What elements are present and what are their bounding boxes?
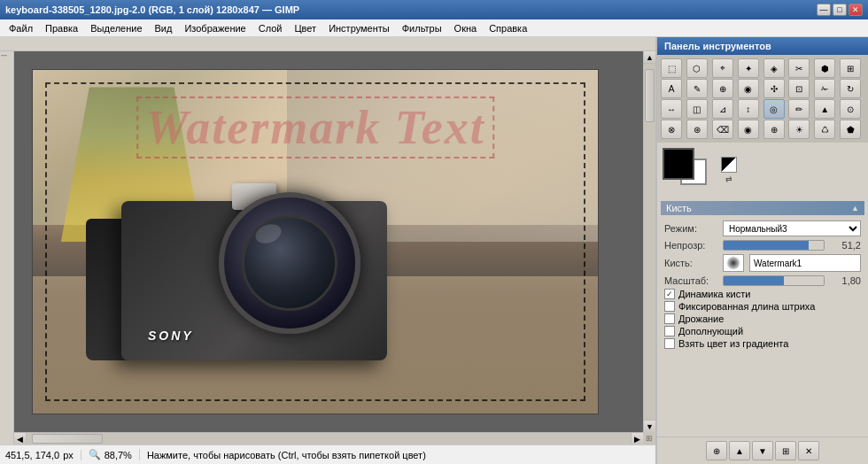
tool-foreground[interactable]: ⬢ [814,58,835,78]
dynamics-checkbox-row: Динамика кисти [661,288,864,300]
jitter-checkbox[interactable] [664,313,675,324]
menu-layer[interactable]: Слой [253,21,288,35]
menu-file[interactable]: Файл [4,21,38,35]
delete-icon[interactable]: ✕ [798,441,819,460]
tool-paths[interactable]: ⊞ [840,58,861,78]
ruler-left-ticks: ||||| [0,51,14,60]
tool-rect-select[interactable]: ⬚ [661,58,682,78]
close-button[interactable]: ✕ [849,4,863,16]
fixed-length-checkbox[interactable] [664,301,675,312]
tool-scale[interactable]: ↔ [661,99,682,119]
menu-color[interactable]: Цвет [289,21,322,35]
tool-color-picker[interactable]: ✎ [686,79,708,98]
zoom-icon: 🔍 [89,449,101,460]
brush-panel-expand[interactable]: ▲ [851,204,859,213]
main-layout: |300 |500 |750 |1000 |1250 | 1% ||||| [0,37,868,464]
menu-help[interactable]: Справка [484,21,532,35]
gradient-checkbox[interactable] [664,338,675,349]
image-canvas[interactable]: SONY Watermark Text [32,69,599,414]
menu-edit[interactable]: Правка [40,21,83,35]
right-panel: Панель инструментов ⬚ ⬡ ⌖ ✦ ◈ ✂ ⬢ ⊞ A ✎ … [655,37,868,464]
color-swatch-wrapper [663,148,707,192]
menu-tools[interactable]: Инструменты [323,21,395,35]
window-controls: — □ ✕ [817,4,863,16]
scroll-right-button[interactable]: ▶ [631,433,643,445]
tool-blur[interactable]: ◉ [738,120,759,139]
duplicate-icon[interactable]: ⊞ [775,441,796,460]
foreground-color-swatch[interactable] [663,148,694,180]
gradient-checkbox-row: Взять цвет из градиента [661,337,864,350]
lower-icon[interactable]: ▼ [752,441,773,460]
scale-row: Масштаб: 1,80 [661,274,864,288]
menu-windows[interactable]: Окна [449,21,483,35]
tool-zoom[interactable]: ⊕ [712,79,733,98]
tool-free-select[interactable]: ⌖ [712,58,733,78]
tool-paintbrush[interactable]: ◎ [763,99,785,119]
tool-measure[interactable]: ◉ [738,79,759,98]
new-image-icon[interactable]: ⊕ [706,441,727,460]
menu-image[interactable]: Изображение [179,21,251,35]
additional-checkbox[interactable] [664,326,675,336]
brush-label: Кисть: [664,258,717,268]
menu-view[interactable]: Вид [150,21,178,35]
tool-text[interactable]: A [661,79,682,98]
tool-rotate[interactable]: ↻ [840,79,861,98]
zoom-section: 🔍 88,7% [89,449,140,460]
scroll-thumb-horizontal[interactable] [32,434,103,444]
camera-body [86,148,422,360]
scale-value: 1,80 [830,275,861,286]
tool-ellipse-select[interactable]: ⬡ [686,58,708,78]
scroll-up-button[interactable]: ▲ [644,51,655,64]
tool-scissors[interactable]: ✂ [788,58,810,78]
tool-ink[interactable]: ⊙ [840,99,861,119]
tool-extra[interactable]: ⬟ [840,120,861,139]
scroll-thumb-vertical[interactable] [645,69,655,122]
tool-smudge[interactable]: ♺ [814,120,835,139]
tool-align[interactable]: ⊡ [788,79,810,98]
tool-shear[interactable]: ◫ [686,99,708,119]
scroll-down-button[interactable]: ▼ [644,420,655,432]
sony-logo: SONY [148,329,194,343]
tool-crop[interactable]: ✁ [814,79,835,98]
scrollbar-horizontal[interactable]: ◀ ▶ [14,432,643,445]
minimize-button[interactable]: — [817,4,831,16]
additional-checkbox-row: Дополнующий [661,325,864,337]
tool-dodge[interactable]: ☀ [788,120,810,139]
brush-preview-icon [726,256,740,270]
color-tools: ⇄ [721,157,737,183]
dynamics-checkbox[interactable] [664,289,675,299]
mode-select[interactable]: Нормальный3 [723,220,861,236]
raise-icon[interactable]: ▲ [729,441,750,460]
tool-airbrush[interactable]: ▲ [814,99,835,119]
ruler-left: ||||| [0,51,14,445]
opacity-slider[interactable] [723,240,825,251]
menu-filters[interactable]: Фильтры [397,21,447,35]
brush-name-display[interactable]: Watermark1 [749,254,861,272]
opacity-row: Непрозр: 51,2 [661,238,864,252]
tool-fuzzy-select[interactable]: ✦ [738,58,759,78]
resize-corner-icon: ⊞ [643,432,655,445]
watermark-overlay: Watermark Text [136,97,494,159]
dynamics-label: Динамика кисти [678,289,750,299]
tool-flip[interactable]: ↕ [738,99,759,119]
tool-eraser[interactable]: ⌫ [712,120,733,139]
tool-select-color[interactable]: ◈ [763,58,785,78]
brush-preview-box[interactable] [723,254,744,272]
brush-options-panel: Кисть ▲ Режим: Нормальный3 Непрозр: 51,2… [657,197,868,437]
menu-bar: Файл Правка Выделение Вид Изображение Сл… [0,19,868,37]
tool-clone[interactable]: ⊗ [661,120,682,139]
camera-lens [219,192,360,334]
tool-perspective[interactable]: ⊿ [712,99,733,119]
tool-sharpen[interactable]: ⊕ [763,120,785,139]
maximize-button[interactable]: □ [833,4,847,16]
scrollbar-vertical[interactable]: ▲ ▼ [643,51,655,432]
menu-select[interactable]: Выделение [85,21,147,35]
tool-heal[interactable]: ⊛ [686,120,708,139]
canvas-scroll-area[interactable]: SONY Watermark Text ▲ ▼ ◀ [14,51,655,445]
tool-move[interactable]: ✣ [763,79,785,98]
scroll-left-button[interactable]: ◀ [14,433,27,445]
tool-pencil[interactable]: ✏ [788,99,810,119]
default-colors-button[interactable] [721,157,737,173]
ruler-top: |300 |500 |750 |1000 |1250 | 1% [0,37,655,51]
scale-slider[interactable] [723,275,825,286]
